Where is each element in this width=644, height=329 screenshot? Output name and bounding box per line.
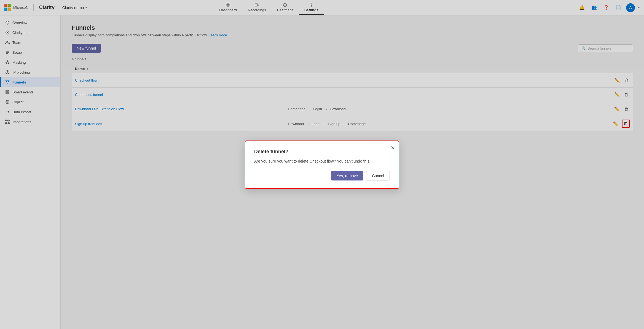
layout: Overview Clarity tour Team Setup Ma (0, 15, 644, 329)
modal-body: Are you sure you want to delete Checkout… (254, 159, 390, 163)
modal-close-button[interactable]: ✕ (391, 145, 395, 151)
cancel-delete-button[interactable]: Cancel (366, 171, 390, 180)
modal-footer: Yes, remove Cancel (254, 171, 390, 180)
modal-title: Delete funnel? (254, 149, 390, 155)
confirm-delete-button[interactable]: Yes, remove (331, 171, 363, 180)
delete-funnel-modal: ✕ Delete funnel? Are you sure you want t… (245, 141, 399, 189)
main-content: Funnels Funnels display both completions… (61, 15, 644, 329)
modal-overlay: ✕ Delete funnel? Are you sure you want t… (61, 15, 644, 329)
